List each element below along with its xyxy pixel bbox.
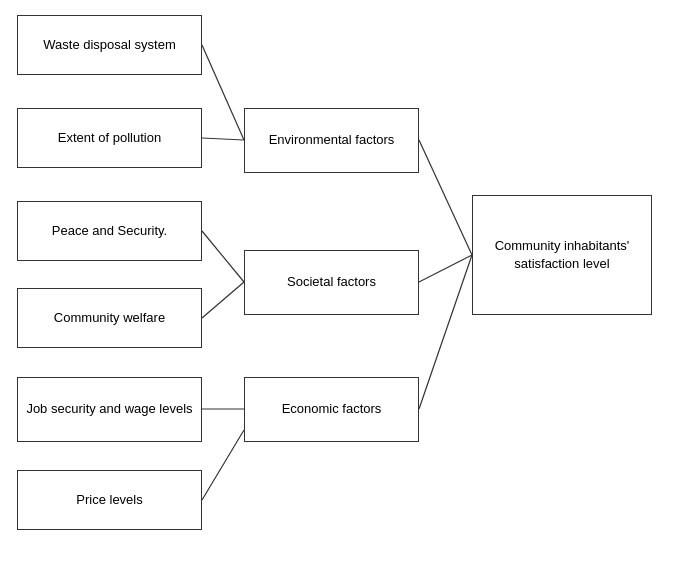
svg-line-3 [202,282,244,318]
satisfaction-label: Community inhabitants' satisfaction leve… [481,237,643,273]
peace-security-box: Peace and Security. [17,201,202,261]
svg-line-0 [202,45,244,140]
svg-line-6 [419,140,472,255]
societal-factors-box: Societal factors [244,250,419,315]
environmental-factors-label: Environmental factors [269,131,395,149]
price-levels-label: Price levels [76,491,142,509]
environmental-factors-box: Environmental factors [244,108,419,173]
svg-line-5 [202,430,244,500]
societal-factors-label: Societal factors [287,273,376,291]
waste-disposal-box: Waste disposal system [17,15,202,75]
extent-pollution-label: Extent of pollution [58,129,161,147]
waste-disposal-label: Waste disposal system [43,36,175,54]
svg-line-8 [419,255,472,409]
job-security-label: Job security and wage levels [26,400,192,418]
svg-line-2 [202,231,244,282]
community-welfare-box: Community welfare [17,288,202,348]
svg-line-7 [419,255,472,282]
job-security-box: Job security and wage levels [17,377,202,442]
peace-security-label: Peace and Security. [52,222,167,240]
community-welfare-label: Community welfare [54,309,165,327]
satisfaction-box: Community inhabitants' satisfaction leve… [472,195,652,315]
economic-factors-box: Economic factors [244,377,419,442]
economic-factors-label: Economic factors [282,400,382,418]
price-levels-box: Price levels [17,470,202,530]
diagram: Waste disposal system Extent of pollutio… [0,0,683,575]
svg-line-1 [202,138,244,140]
extent-pollution-box: Extent of pollution [17,108,202,168]
